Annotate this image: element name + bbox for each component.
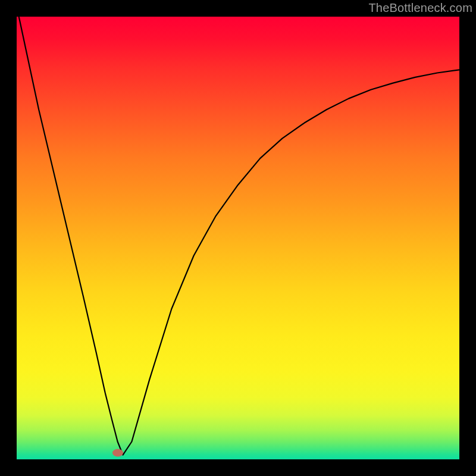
bottleneck-curve [19, 17, 459, 455]
curve-svg [17, 17, 459, 459]
watermark-text: TheBottleneck.com [368, 1, 472, 15]
plot-area [17, 17, 459, 459]
chart-frame: TheBottleneck.com [0, 0, 476, 476]
optimum-marker [112, 449, 123, 456]
